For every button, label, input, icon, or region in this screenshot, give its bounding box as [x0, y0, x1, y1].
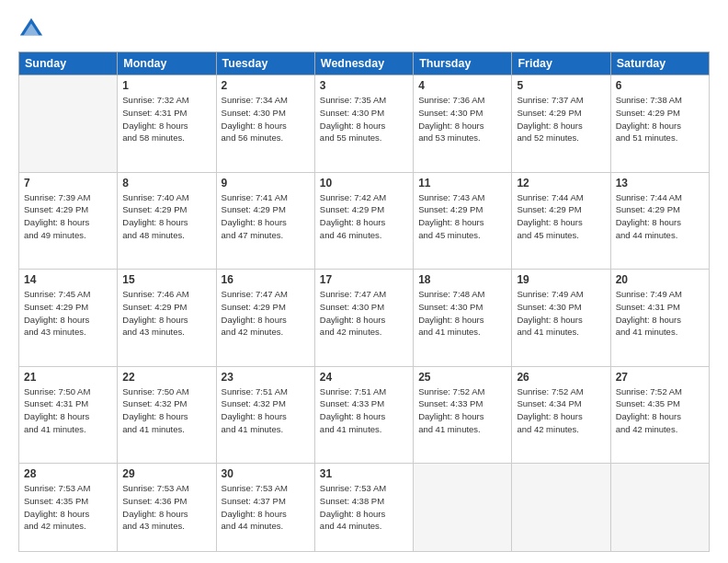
calendar-cell: 15Sunrise: 7:46 AMSunset: 4:29 PMDayligh… [118, 270, 216, 367]
calendar-cell: 24Sunrise: 7:51 AMSunset: 4:33 PMDayligh… [314, 366, 413, 464]
calendar-cell: 31Sunrise: 7:53 AMSunset: 4:38 PMDayligh… [314, 464, 413, 552]
day-number: 19 [517, 273, 605, 286]
calendar-cell: 26Sunrise: 7:52 AMSunset: 4:34 PMDayligh… [512, 366, 610, 464]
day-info: Sunrise: 7:51 AMSunset: 4:33 PMDaylight:… [320, 385, 408, 436]
day-info: Sunrise: 7:37 AMSunset: 4:29 PMDaylight:… [517, 94, 605, 144]
calendar-week-4: 21Sunrise: 7:50 AMSunset: 4:31 PMDayligh… [19, 366, 710, 464]
calendar-cell: 18Sunrise: 7:48 AMSunset: 4:30 PMDayligh… [414, 270, 512, 367]
calendar-cell: 11Sunrise: 7:43 AMSunset: 4:29 PMDayligh… [414, 172, 512, 270]
day-info: Sunrise: 7:41 AMSunset: 4:29 PMDaylight:… [222, 191, 310, 242]
day-info: Sunrise: 7:51 AMSunset: 4:32 PMDaylight:… [222, 385, 310, 436]
calendar-cell: 2Sunrise: 7:34 AMSunset: 4:30 PMDaylight… [216, 75, 314, 173]
day-number: 11 [418, 177, 506, 190]
calendar-cell: 3Sunrise: 7:35 AMSunset: 4:30 PMDaylight… [314, 75, 413, 173]
day-info: Sunrise: 7:32 AMSunset: 4:31 PMDaylight:… [122, 94, 210, 144]
day-info: Sunrise: 7:47 AMSunset: 4:29 PMDaylight:… [222, 288, 310, 339]
day-number: 15 [122, 273, 210, 286]
day-number: 28 [24, 467, 112, 480]
day-info: Sunrise: 7:48 AMSunset: 4:30 PMDaylight:… [418, 288, 506, 339]
day-number: 25 [418, 371, 506, 384]
calendar-cell: 6Sunrise: 7:38 AMSunset: 4:29 PMDaylight… [610, 75, 709, 173]
weekday-header-sunday: Sunday [19, 52, 118, 75]
calendar-cell: 7Sunrise: 7:39 AMSunset: 4:29 PMDaylight… [19, 172, 118, 270]
logo-icon [18, 17, 44, 42]
day-number: 6 [616, 79, 704, 92]
day-number: 30 [222, 467, 310, 480]
weekday-header-friday: Friday [512, 52, 610, 75]
day-number: 20 [616, 273, 704, 286]
day-info: Sunrise: 7:47 AMSunset: 4:30 PMDaylight:… [320, 288, 408, 339]
calendar-cell: 27Sunrise: 7:52 AMSunset: 4:35 PMDayligh… [610, 366, 709, 464]
day-number: 14 [24, 273, 112, 286]
day-number: 1 [122, 79, 210, 92]
weekday-header-row: SundayMondayTuesdayWednesdayThursdayFrid… [19, 52, 710, 75]
day-number: 13 [616, 177, 704, 190]
day-number: 16 [222, 273, 310, 286]
day-number: 7 [24, 177, 112, 190]
day-number: 23 [222, 371, 310, 384]
calendar-cell: 16Sunrise: 7:47 AMSunset: 4:29 PMDayligh… [216, 270, 314, 367]
day-info: Sunrise: 7:49 AMSunset: 4:31 PMDaylight:… [616, 288, 704, 339]
calendar-week-5: 28Sunrise: 7:53 AMSunset: 4:35 PMDayligh… [19, 464, 710, 552]
weekday-header-wednesday: Wednesday [314, 52, 413, 75]
day-info: Sunrise: 7:53 AMSunset: 4:37 PMDaylight:… [222, 482, 310, 533]
calendar-cell: 13Sunrise: 7:44 AMSunset: 4:29 PMDayligh… [610, 172, 709, 270]
calendar-cell: 21Sunrise: 7:50 AMSunset: 4:31 PMDayligh… [19, 366, 118, 464]
weekday-header-saturday: Saturday [610, 52, 709, 75]
day-info: Sunrise: 7:39 AMSunset: 4:29 PMDaylight:… [24, 191, 112, 242]
calendar-cell: 12Sunrise: 7:44 AMSunset: 4:29 PMDayligh… [512, 172, 610, 270]
calendar-cell: 23Sunrise: 7:51 AMSunset: 4:32 PMDayligh… [216, 366, 314, 464]
day-number: 29 [122, 467, 210, 480]
day-number: 12 [517, 177, 605, 190]
header [18, 17, 710, 42]
page: SundayMondayTuesdayWednesdayThursdayFrid… [0, 0, 728, 563]
calendar-cell: 4Sunrise: 7:36 AMSunset: 4:30 PMDaylight… [414, 75, 512, 173]
calendar-cell: 30Sunrise: 7:53 AMSunset: 4:37 PMDayligh… [216, 464, 314, 552]
calendar-cell: 8Sunrise: 7:40 AMSunset: 4:29 PMDaylight… [118, 172, 216, 270]
day-info: Sunrise: 7:44 AMSunset: 4:29 PMDaylight:… [517, 191, 605, 242]
calendar-cell: 1Sunrise: 7:32 AMSunset: 4:31 PMDaylight… [118, 75, 216, 173]
day-number: 3 [320, 79, 408, 92]
day-info: Sunrise: 7:52 AMSunset: 4:35 PMDaylight:… [616, 385, 704, 436]
calendar-cell [19, 75, 118, 173]
day-number: 5 [517, 79, 605, 92]
day-info: Sunrise: 7:42 AMSunset: 4:29 PMDaylight:… [320, 191, 408, 242]
calendar-cell: 19Sunrise: 7:49 AMSunset: 4:30 PMDayligh… [512, 270, 610, 367]
calendar-cell: 10Sunrise: 7:42 AMSunset: 4:29 PMDayligh… [314, 172, 413, 270]
day-number: 10 [320, 177, 408, 190]
calendar-cell: 17Sunrise: 7:47 AMSunset: 4:30 PMDayligh… [314, 270, 413, 367]
calendar-cell: 22Sunrise: 7:50 AMSunset: 4:32 PMDayligh… [118, 366, 216, 464]
calendar-cell [414, 464, 512, 552]
day-number: 2 [222, 79, 310, 92]
calendar-cell: 28Sunrise: 7:53 AMSunset: 4:35 PMDayligh… [19, 464, 118, 552]
day-info: Sunrise: 7:43 AMSunset: 4:29 PMDaylight:… [418, 191, 506, 242]
weekday-header-tuesday: Tuesday [216, 52, 314, 75]
day-number: 9 [222, 177, 310, 190]
day-info: Sunrise: 7:52 AMSunset: 4:33 PMDaylight:… [418, 385, 506, 436]
day-info: Sunrise: 7:53 AMSunset: 4:36 PMDaylight:… [122, 482, 210, 533]
day-info: Sunrise: 7:50 AMSunset: 4:32 PMDaylight:… [122, 385, 210, 436]
calendar-cell: 25Sunrise: 7:52 AMSunset: 4:33 PMDayligh… [414, 366, 512, 464]
calendar-cell: 9Sunrise: 7:41 AMSunset: 4:29 PMDaylight… [216, 172, 314, 270]
day-info: Sunrise: 7:46 AMSunset: 4:29 PMDaylight:… [122, 288, 210, 339]
day-number: 26 [517, 371, 605, 384]
day-number: 18 [418, 273, 506, 286]
day-number: 22 [122, 371, 210, 384]
calendar-cell: 29Sunrise: 7:53 AMSunset: 4:36 PMDayligh… [118, 464, 216, 552]
calendar-cell [610, 464, 709, 552]
day-number: 4 [418, 79, 506, 92]
day-info: Sunrise: 7:50 AMSunset: 4:31 PMDaylight:… [24, 385, 112, 436]
calendar-cell [512, 464, 610, 552]
day-info: Sunrise: 7:53 AMSunset: 4:35 PMDaylight:… [24, 482, 112, 533]
logo [18, 17, 46, 42]
day-info: Sunrise: 7:45 AMSunset: 4:29 PMDaylight:… [24, 288, 112, 339]
day-info: Sunrise: 7:36 AMSunset: 4:30 PMDaylight:… [418, 94, 506, 144]
calendar-cell: 20Sunrise: 7:49 AMSunset: 4:31 PMDayligh… [610, 270, 709, 367]
day-info: Sunrise: 7:35 AMSunset: 4:30 PMDaylight:… [320, 94, 408, 144]
calendar-week-3: 14Sunrise: 7:45 AMSunset: 4:29 PMDayligh… [19, 270, 710, 367]
day-info: Sunrise: 7:34 AMSunset: 4:30 PMDaylight:… [222, 94, 310, 144]
day-number: 8 [122, 177, 210, 190]
calendar-cell: 5Sunrise: 7:37 AMSunset: 4:29 PMDaylight… [512, 75, 610, 173]
day-info: Sunrise: 7:40 AMSunset: 4:29 PMDaylight:… [122, 191, 210, 242]
day-number: 21 [24, 371, 112, 384]
